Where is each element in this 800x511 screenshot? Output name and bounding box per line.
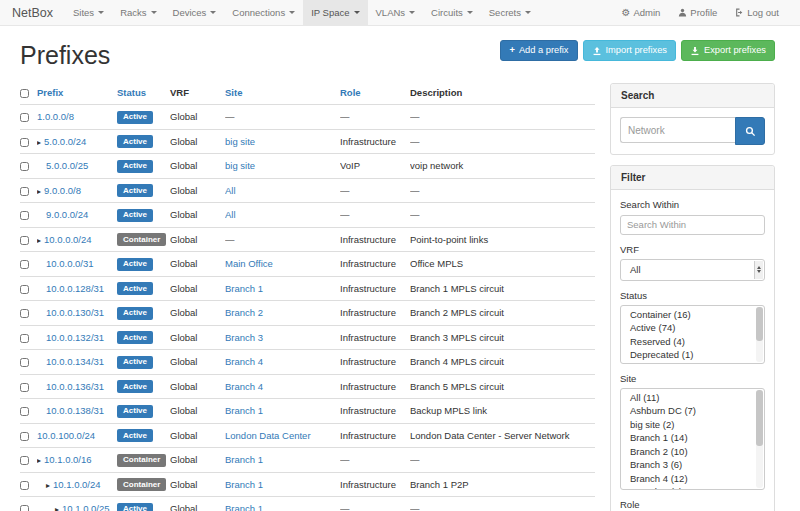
listbox-option[interactable]: Branch 1 (14)	[621, 431, 764, 445]
page-header: Prefixes + Add a prefix Import prefixes …	[0, 26, 800, 81]
role-cell: Infrastructure	[340, 350, 410, 375]
prefix-link[interactable]: 1.0.0.0/8	[37, 111, 74, 122]
status-listbox[interactable]: Container (16)Active (74)Reserved (4)Dep…	[620, 305, 765, 364]
listbox-option[interactable]: Deprecated (1)	[621, 348, 764, 362]
row-checkbox[interactable]	[20, 407, 29, 416]
row-checkbox[interactable]	[20, 334, 29, 343]
prefix-link[interactable]: 5.0.0.0/24	[44, 136, 86, 147]
row-checkbox[interactable]	[20, 481, 29, 490]
nav-item-ip-space[interactable]: IP Space	[303, 0, 367, 25]
prefix-link[interactable]: 5.0.0.0/25	[46, 160, 88, 171]
nav-item-circuits[interactable]: Circuits	[423, 0, 481, 25]
row-checkbox[interactable]	[20, 285, 29, 294]
listbox-option[interactable]: Reserved (4)	[621, 335, 764, 349]
row-checkbox[interactable]	[20, 162, 29, 171]
scrollbar-thumb[interactable]	[756, 390, 763, 447]
site-listbox[interactable]: All (11)Ashburn DC (7)big site (2)Branch…	[620, 388, 765, 490]
site-link[interactable]: Branch 4	[225, 356, 263, 367]
site-link[interactable]: big site	[225, 136, 255, 147]
search-within-input[interactable]	[620, 215, 765, 235]
site-link[interactable]: Branch 4	[225, 381, 263, 392]
listbox-option[interactable]: All (11)	[621, 391, 764, 405]
site-cell: big site	[225, 129, 340, 154]
row-checkbox[interactable]	[20, 358, 29, 367]
table-row: ▸9.0.0.0/8ActiveGlobalAll——	[20, 178, 595, 203]
site-link[interactable]: Branch 1	[225, 479, 263, 490]
prefix-link[interactable]: 9.0.0.0/8	[44, 185, 81, 196]
site-link[interactable]: Main Office	[225, 258, 273, 269]
column-header-prefix[interactable]: Prefix	[37, 81, 117, 105]
site-link[interactable]: Branch 3	[225, 332, 263, 343]
listbox-option[interactable]: Branch 4 (12)	[621, 472, 764, 486]
prefix-link[interactable]: 10.0.0.128/31	[46, 283, 104, 294]
prefix-link[interactable]: 9.0.0.0/24	[46, 209, 88, 220]
nav-item-connections[interactable]: Connections	[224, 0, 303, 25]
site-link[interactable]: Branch 1	[225, 283, 263, 294]
prefix-cell: 10.0.0.0/31	[37, 252, 117, 277]
status-cell: Active	[117, 129, 170, 154]
listbox-option[interactable]: Branch 2 (10)	[621, 445, 764, 459]
add-prefix-button[interactable]: + Add a prefix	[500, 40, 577, 61]
nav-item-log-out[interactable]: Log out	[726, 0, 788, 25]
vrf-select[interactable]: All	[620, 259, 765, 281]
export-prefixes-button[interactable]: Export prefixes	[681, 40, 775, 61]
site-cell: —	[225, 227, 340, 252]
prefix-link[interactable]: 10.0.0.0/31	[46, 258, 94, 269]
listbox-option[interactable]: Container (16)	[621, 308, 764, 322]
row-checkbox[interactable]	[20, 309, 29, 318]
role-cell: Infrastructure	[340, 252, 410, 277]
listbox-option[interactable]: Active (74)	[621, 321, 764, 335]
nav-item-sites[interactable]: Sites	[65, 0, 112, 25]
site-link[interactable]: big site	[225, 160, 255, 171]
vrf-select-value: All	[630, 264, 641, 275]
site-link[interactable]: Branch 2	[225, 307, 263, 318]
nav-item-secrets[interactable]: Secrets	[481, 0, 539, 25]
row-checkbox[interactable]	[20, 187, 29, 196]
prefix-link[interactable]: 10.0.100.0/24	[37, 430, 95, 441]
nav-item-profile[interactable]: Profile	[669, 0, 726, 25]
nav-item-label: Racks	[120, 7, 146, 18]
row-checkbox[interactable]	[20, 505, 29, 511]
nav-item-vlans[interactable]: VLANs	[368, 0, 424, 25]
search-input[interactable]	[620, 117, 735, 143]
listbox-option[interactable]: big site (2)	[621, 418, 764, 432]
prefix-link[interactable]: 10.1.0.0/24	[53, 479, 101, 490]
site-link[interactable]: Branch 1	[225, 405, 263, 416]
column-header-site[interactable]: Site	[225, 81, 340, 105]
listbox-option[interactable]: Branch 3 (6)	[621, 458, 764, 472]
brand-logo[interactable]: NetBox	[12, 0, 65, 25]
listbox-option[interactable]: Branch 5 (7)	[621, 485, 764, 490]
site-link[interactable]: Branch 1	[225, 503, 263, 511]
nav-item-admin[interactable]: ⚙Admin	[612, 0, 669, 25]
site-link[interactable]: All	[225, 209, 236, 220]
listbox-option[interactable]: Ashburn DC (7)	[621, 404, 764, 418]
prefix-link[interactable]: 10.0.0.136/31	[46, 381, 104, 392]
site-link[interactable]: London Data Center	[225, 430, 311, 441]
nav-item-devices[interactable]: Devices	[165, 0, 225, 25]
select-all-checkbox[interactable]	[20, 89, 29, 98]
row-checkbox[interactable]	[20, 260, 29, 269]
prefix-link[interactable]: 10.0.0.0/24	[44, 234, 92, 245]
row-checkbox[interactable]	[20, 211, 29, 220]
site-link[interactable]: All	[225, 185, 236, 196]
scrollbar-thumb[interactable]	[756, 307, 763, 341]
import-prefixes-button[interactable]: Import prefixes	[583, 40, 676, 61]
prefix-link[interactable]: 10.0.0.130/31	[46, 307, 104, 318]
nav-item-racks[interactable]: Racks	[112, 0, 164, 25]
site-link[interactable]: Branch 1	[225, 454, 263, 465]
column-header-role[interactable]: Role	[340, 81, 410, 105]
prefix-link[interactable]: 10.1.0.0/16	[44, 454, 92, 465]
search-button[interactable]	[735, 117, 765, 145]
row-checkbox[interactable]	[20, 138, 29, 147]
row-checkbox[interactable]	[20, 432, 29, 441]
row-checkbox[interactable]	[20, 383, 29, 392]
prefix-link[interactable]: 10.0.0.138/31	[46, 405, 104, 416]
row-checkbox[interactable]	[20, 456, 29, 465]
prefix-link[interactable]: 10.1.0.0/25	[62, 503, 110, 511]
prefix-link[interactable]: 10.0.0.134/31	[46, 356, 104, 367]
row-checkbox[interactable]	[20, 113, 29, 122]
column-header-status[interactable]: Status	[117, 81, 170, 105]
row-checkbox[interactable]	[20, 236, 29, 245]
prefix-link[interactable]: 10.0.0.132/31	[46, 332, 104, 343]
role-cell: —	[340, 497, 410, 511]
